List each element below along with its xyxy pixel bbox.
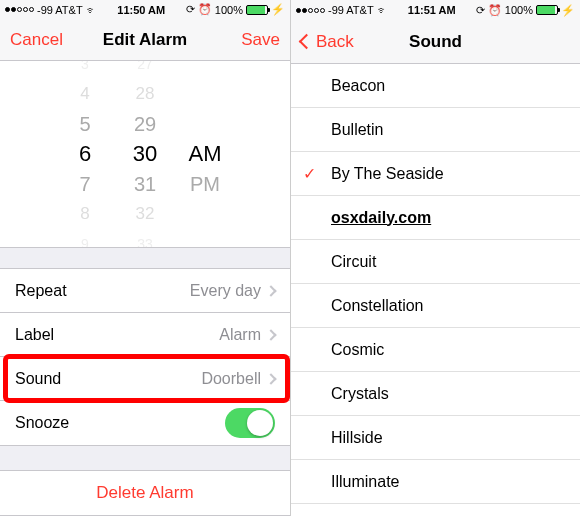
rotation-lock-icon: ⟳ xyxy=(186,3,195,16)
row-value: Every day xyxy=(190,282,261,300)
ampm-column[interactable]: . . . AM PM . . xyxy=(175,61,235,248)
sound-option[interactable]: Night Owl xyxy=(291,504,580,516)
sound-name: Circuit xyxy=(331,253,376,271)
status-time: 11:50 AM xyxy=(117,4,165,16)
battery-icon xyxy=(536,5,558,15)
settings-group: Repeat Every day Label Alarm Sound Doorb… xyxy=(0,268,290,446)
sound-option[interactable]: ✓By The Seaside xyxy=(291,152,580,196)
row-value: Alarm xyxy=(219,326,261,344)
battery-icon xyxy=(246,5,268,15)
sound-name: Crystals xyxy=(331,385,389,403)
sound-name: By The Seaside xyxy=(331,165,444,183)
hour-column[interactable]: 3 4 5 6 7 8 9 xyxy=(55,61,115,248)
sound-option[interactable]: Hillside xyxy=(291,416,580,460)
sound-name: osxdaily.com xyxy=(331,209,431,227)
row-label: Label xyxy=(15,326,219,344)
sound-name: Beacon xyxy=(331,77,385,95)
save-button[interactable]: Save xyxy=(220,30,280,50)
carrier-label: -99 AT&T xyxy=(328,4,374,16)
back-button[interactable]: Back xyxy=(301,32,361,52)
sound-list[interactable]: BeaconBulletin✓By The Seasideosxdaily.co… xyxy=(291,64,580,516)
checkmark-icon: ✓ xyxy=(303,164,316,183)
battery-percent: 100% xyxy=(505,4,533,16)
snooze-toggle[interactable] xyxy=(225,408,275,438)
bolt-icon: ⚡ xyxy=(561,4,575,17)
sound-row[interactable]: Sound Doorbell xyxy=(0,357,290,401)
row-label: Repeat xyxy=(15,282,190,300)
signal-dots-icon xyxy=(5,7,34,12)
alarm-icon: ⏰ xyxy=(488,4,502,17)
cancel-button[interactable]: Cancel xyxy=(10,30,70,50)
sound-option[interactable]: Beacon xyxy=(291,64,580,108)
edit-alarm-screen: -99 AT&T ᯤ 11:50 AM ⟳ ⏰ 100% ⚡ Cancel Ed… xyxy=(0,0,290,516)
sound-name: Constellation xyxy=(331,297,424,315)
delete-group: Delete Alarm xyxy=(0,470,290,516)
battery-percent: 100% xyxy=(215,4,243,16)
status-time: 11:51 AM xyxy=(408,4,456,16)
alarm-icon: ⏰ xyxy=(198,3,212,16)
wifi-icon: ᯤ xyxy=(377,4,388,16)
status-bar: -99 AT&T ᯤ 11:51 AM ⟳ ⏰ 100% ⚡ xyxy=(291,0,580,20)
carrier-label: -99 AT&T xyxy=(37,4,83,16)
chevron-right-icon xyxy=(265,329,276,340)
minute-column[interactable]: 27 28 29 30 31 32 33 xyxy=(115,61,175,248)
sound-option[interactable]: Illuminate xyxy=(291,460,580,504)
time-picker[interactable]: 3 4 5 6 7 8 9 27 28 29 30 31 32 33 . . .… xyxy=(0,61,290,248)
signal-dots-icon xyxy=(296,8,325,13)
status-bar: -99 AT&T ᯤ 11:50 AM ⟳ ⏰ 100% ⚡ xyxy=(0,0,290,19)
sound-option[interactable]: Crystals xyxy=(291,372,580,416)
sound-option[interactable]: Cosmic xyxy=(291,328,580,372)
highlight-box xyxy=(3,354,290,403)
sound-screen: -99 AT&T ᯤ 11:51 AM ⟳ ⏰ 100% ⚡ Back Soun… xyxy=(290,0,580,516)
sound-option[interactable]: Circuit xyxy=(291,240,580,284)
sound-option[interactable]: Constellation xyxy=(291,284,580,328)
nav-bar: Cancel Edit Alarm Save xyxy=(0,19,290,61)
chevron-left-icon xyxy=(299,34,315,50)
sound-name: Hillside xyxy=(331,429,383,447)
snooze-row: Snooze xyxy=(0,401,290,445)
chevron-right-icon xyxy=(265,285,276,296)
repeat-row[interactable]: Repeat Every day xyxy=(0,269,290,313)
sound-name: Cosmic xyxy=(331,341,384,359)
page-title: Sound xyxy=(361,32,510,52)
sound-name: Illuminate xyxy=(331,473,399,491)
delete-alarm-button[interactable]: Delete Alarm xyxy=(0,471,290,515)
bolt-icon: ⚡ xyxy=(271,3,285,16)
label-row[interactable]: Label Alarm xyxy=(0,313,290,357)
nav-bar: Back Sound xyxy=(291,20,580,64)
wifi-icon: ᯤ xyxy=(86,4,97,16)
page-title: Edit Alarm xyxy=(70,30,220,50)
rotation-lock-icon: ⟳ xyxy=(476,4,485,17)
sound-name: Bulletin xyxy=(331,121,383,139)
sound-option[interactable]: Bulletin xyxy=(291,108,580,152)
sound-option[interactable]: osxdaily.com xyxy=(291,196,580,240)
row-label: Snooze xyxy=(15,414,225,432)
